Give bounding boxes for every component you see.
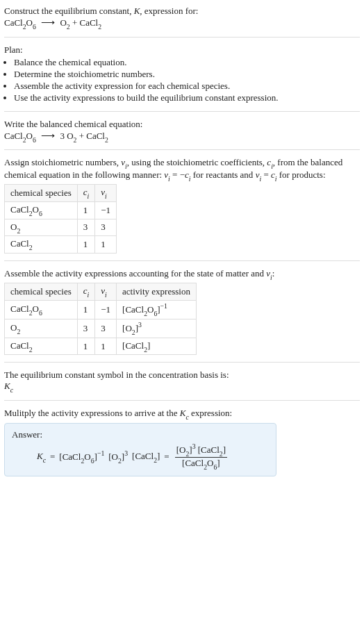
K: K	[4, 381, 10, 391]
t3-c: ]	[157, 451, 160, 461]
ans-term2: [O2]3	[108, 450, 128, 464]
eq-lhs-sub1: 2	[23, 23, 26, 31]
as-text-b: :	[272, 268, 275, 279]
sp-b: O	[33, 304, 39, 314]
b-r1-sub: 2	[74, 136, 77, 144]
den-s2: 6	[213, 463, 217, 471]
eq-rhs-b-sub: 2	[98, 23, 101, 31]
t2-exp: 3	[124, 449, 128, 457]
answer-label: Answer:	[12, 429, 269, 440]
ae-exp: 3	[138, 321, 142, 329]
ae-a: [CaCl	[122, 304, 144, 315]
th-vi: νi	[95, 185, 117, 202]
table-header-row: chemical species ci νi	[5, 185, 117, 202]
divider	[4, 37, 360, 38]
sp-a: O	[10, 322, 17, 333]
sp-s1: 2	[29, 346, 33, 354]
eq-rhs-a: O	[60, 17, 66, 28]
stoich-table: chemical species ci νi CaCl2O6 1 −1 O2 3…	[4, 184, 117, 253]
a-text-a: Assign stoichiometric numbers,	[4, 157, 121, 167]
td-species: CaCl2O6	[5, 201, 78, 219]
td-vi: −1	[95, 201, 117, 219]
a-text-b: , using the stoichiometric coefficients,	[127, 157, 267, 167]
a-eq2-rhs: c	[271, 169, 275, 180]
balanced-heading: Write the balanced chemical equation:	[4, 119, 360, 130]
a-eq2-eq: =	[261, 169, 271, 180]
th-ci-sub: i	[88, 291, 90, 299]
assign-text: Assign stoichiometric numbers, νi, using…	[4, 157, 360, 181]
num-a: [O	[176, 445, 186, 455]
den-c: ]	[217, 458, 220, 468]
a-nu-sub: i	[125, 163, 127, 170]
sp-s1: 2	[29, 309, 33, 317]
table-row: CaCl2 1 1	[5, 236, 117, 254]
sp-s1: 2	[17, 227, 20, 235]
intro-line: Construct the equilibrium constant, K, e…	[4, 6, 360, 17]
ae-c: ]	[157, 304, 160, 315]
td-ci: 3	[77, 219, 95, 236]
ae-exp: −1	[160, 302, 167, 310]
symbol-section: The equilibrium constant symbol in the c…	[4, 367, 360, 396]
K-sub: c	[10, 386, 13, 394]
num-s1: 2	[185, 450, 189, 458]
table-row: CaCl2O6 1 −1 [CaCl2O6]−1	[5, 300, 197, 319]
answer-box: Answer: Kc = [CaCl2O6]−1 [O2]3 [CaCl2] =…	[4, 423, 276, 477]
divider	[4, 362, 360, 363]
ans-term1: [CaCl2O6]−1	[59, 450, 104, 464]
balanced-equation: CaCl2O6 ⟶ 3 O2 + CaCl2	[4, 130, 360, 143]
t1-b: O	[84, 451, 90, 462]
divider	[4, 400, 360, 401]
sp-s1: 2	[17, 328, 20, 335]
td-vi: 1	[95, 338, 117, 355]
intro-text1: Construct the equilibrium constant,	[4, 6, 134, 16]
eq-rhs-b: CaCl	[79, 17, 98, 28]
th-ci-c: c	[83, 187, 88, 197]
th-vi-sub: i	[105, 192, 107, 200]
td-activity: [CaCl2O6]−1	[117, 300, 197, 319]
a-eq1-eq: = −	[170, 169, 185, 180]
ae-c: ]	[147, 340, 150, 351]
a-text-e: for products:	[276, 169, 325, 180]
ae-s1: 2	[144, 310, 147, 317]
th-species: chemical species	[5, 283, 78, 301]
assemble-text: Assemble the activity expressions accoun…	[4, 268, 360, 281]
th-species: chemical species	[5, 185, 78, 202]
td-vi: 3	[95, 219, 117, 236]
arrow-icon: ⟶	[41, 130, 55, 142]
balanced-section: Write the balanced chemical equation: Ca…	[4, 116, 360, 146]
ans-fraction: [O2]3 [CaCl2] [CaCl2O6]	[175, 443, 227, 471]
b-lhs-s2: 6	[33, 136, 36, 144]
m-K-sub: c	[185, 413, 188, 421]
sp-s2: 6	[39, 210, 42, 217]
num-exp: 3	[192, 442, 196, 450]
td-vi: 1	[95, 236, 117, 254]
eq-rhs-a-sub: 2	[67, 23, 70, 31]
ae-a: [CaCl	[122, 340, 144, 351]
eq-lhs: CaCl	[4, 17, 23, 28]
a-eq1-rhs: c	[185, 169, 189, 180]
answer-equation: Kc = [CaCl2O6]−1 [O2]3 [CaCl2] = [O2]3 […	[37, 443, 269, 471]
num-c: ]	[189, 445, 192, 455]
divider	[4, 111, 360, 112]
ans-eq: =	[50, 451, 55, 463]
sp-a: CaCl	[10, 204, 29, 215]
assign-section: Assign stoichiometric numbers, νi, using…	[4, 154, 360, 256]
activity-table: chemical species ci νi activity expressi…	[4, 283, 197, 355]
t2-a: [O	[108, 451, 118, 462]
td-species: O2	[5, 219, 78, 236]
divider	[4, 260, 360, 261]
sp-a: CaCl	[10, 304, 29, 314]
plan-list: Balance the chemical equation. Determine…	[4, 57, 360, 103]
arrow-icon: ⟶	[41, 17, 55, 28]
b-lhs-mid: O	[26, 131, 33, 141]
sp-s1: 2	[29, 244, 33, 251]
th-vi-sub: i	[105, 291, 107, 299]
t1-s2: 6	[91, 457, 94, 465]
th-activity: activity expression	[117, 283, 197, 301]
table-row: CaCl2O6 1 −1	[5, 201, 117, 219]
symbol-kc: Kc	[4, 381, 360, 393]
ans-K-sub: c	[43, 456, 46, 464]
table-header-row: chemical species ci νi activity expressi…	[5, 283, 197, 301]
intro-text1b: , expression for:	[140, 6, 198, 16]
divider	[4, 149, 360, 150]
